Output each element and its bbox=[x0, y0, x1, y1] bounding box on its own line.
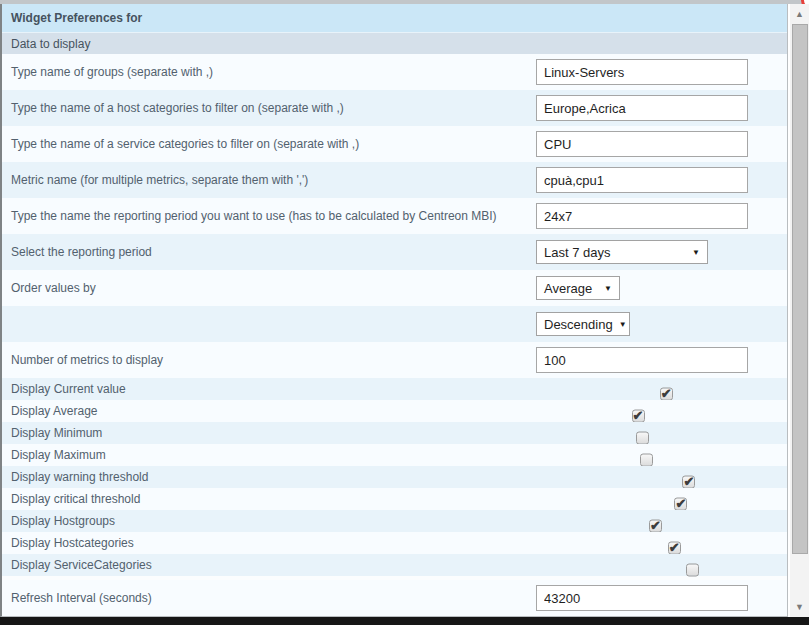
pref-row-service-categories: Type the name of a service categories to… bbox=[2, 126, 787, 162]
field-label: Type the name of a host categories to fi… bbox=[2, 101, 344, 115]
field-label: Type name of groups (separate with ,) bbox=[2, 65, 213, 79]
widget-preferences-page: Widget Preferences for Data to display T… bbox=[0, 0, 809, 625]
pref-row-display-critical-threshold: Display critical threshold bbox=[2, 488, 787, 510]
pref-row-order-direction: Descending ▼ bbox=[2, 306, 787, 342]
field-label: Number of metrics to display bbox=[2, 353, 163, 367]
pref-row-refresh-interval: Refresh Interval (seconds) bbox=[2, 580, 787, 616]
vertical-scrollbar[interactable]: ▲ ▼ bbox=[790, 4, 809, 617]
field-label: Type the name the reporting period you w… bbox=[2, 209, 497, 223]
display-hostcategories-checkbox[interactable] bbox=[668, 541, 681, 554]
field-label: Display Average bbox=[2, 404, 98, 418]
pref-row-display-warning-threshold: Display warning threshold bbox=[2, 466, 787, 488]
pref-row-order-by: Order values by Average ▼ bbox=[2, 270, 787, 306]
order-direction-select[interactable]: Descending ▼ bbox=[536, 312, 630, 336]
refresh-interval-input[interactable] bbox=[536, 585, 748, 611]
display-servicecategories-checkbox[interactable] bbox=[686, 563, 699, 576]
dialog-title: Widget Preferences for bbox=[2, 4, 787, 33]
pref-row-display-average: Display Average bbox=[2, 400, 787, 422]
field-label: Display Hostcategories bbox=[2, 536, 134, 550]
field-label: Display ServiceCategories bbox=[2, 558, 152, 572]
field-label: Display critical threshold bbox=[2, 492, 140, 506]
section-header-data-to-display: Data to display bbox=[2, 33, 787, 54]
field-label: Refresh Interval (seconds) bbox=[2, 591, 152, 605]
pref-row-groups: Type name of groups (separate with ,) bbox=[2, 54, 787, 90]
reporting-period-name-input[interactable] bbox=[536, 203, 748, 229]
groups-input[interactable] bbox=[536, 59, 748, 85]
service-categories-input[interactable] bbox=[536, 131, 748, 157]
selected-value: Last 7 days bbox=[544, 245, 611, 260]
pref-row-reporting-period: Select the reporting period Last 7 days … bbox=[2, 234, 787, 270]
scroll-up-icon[interactable]: ▲ bbox=[790, 6, 809, 22]
selected-value: Average bbox=[544, 281, 592, 296]
chevron-down-icon: ▼ bbox=[604, 284, 612, 293]
scroll-down-icon[interactable]: ▼ bbox=[790, 599, 809, 615]
field-label: Type the name of a service categories to… bbox=[2, 137, 359, 151]
pref-row-display-hostgroups: Display Hostgroups bbox=[2, 510, 787, 532]
pref-row-display-minimum: Display Minimum bbox=[2, 422, 787, 444]
metric-name-input[interactable] bbox=[536, 167, 748, 193]
pref-row-metrics-count: Number of metrics to display bbox=[2, 342, 787, 378]
scrollbar-thumb[interactable] bbox=[792, 24, 808, 554]
field-label: Metric name (for multiple metrics, separ… bbox=[2, 173, 308, 187]
chevron-down-icon: ▼ bbox=[619, 320, 627, 329]
metrics-count-input[interactable] bbox=[536, 347, 748, 373]
host-categories-input[interactable] bbox=[536, 95, 748, 121]
chevron-down-icon: ▼ bbox=[692, 248, 700, 257]
field-label: Select the reporting period bbox=[2, 245, 152, 259]
display-current-value-checkbox[interactable] bbox=[660, 387, 673, 400]
pref-row-metric-name: Metric name (for multiple metrics, separ… bbox=[2, 162, 787, 198]
bottom-border-strip bbox=[0, 617, 809, 625]
field-label: Display Current value bbox=[2, 382, 126, 396]
pref-row-display-servicecategories: Display ServiceCategories bbox=[2, 554, 787, 576]
display-hostgroups-checkbox[interactable] bbox=[649, 519, 662, 532]
field-label: Display Maximum bbox=[2, 448, 106, 462]
selected-value: Descending bbox=[544, 317, 613, 332]
reporting-period-select[interactable]: Last 7 days ▼ bbox=[536, 240, 708, 264]
widget-preferences-dialog: Widget Preferences for Data to display T… bbox=[0, 4, 788, 617]
display-critical-threshold-checkbox[interactable] bbox=[674, 497, 687, 510]
pref-row-host-categories: Type the name of a host categories to fi… bbox=[2, 90, 787, 126]
field-label: Display Minimum bbox=[2, 426, 102, 440]
field-label: Display Hostgroups bbox=[2, 514, 115, 528]
display-minimum-checkbox[interactable] bbox=[636, 431, 649, 444]
field-label: Display warning threshold bbox=[2, 470, 148, 484]
pref-row-reporting-period-name: Type the name the reporting period you w… bbox=[2, 198, 787, 234]
display-maximum-checkbox[interactable] bbox=[640, 453, 653, 466]
order-by-select[interactable]: Average ▼ bbox=[536, 276, 620, 300]
pref-row-display-maximum: Display Maximum bbox=[2, 444, 787, 466]
field-label: Order values by bbox=[2, 281, 96, 295]
pref-row-display-current-value: Display Current value bbox=[2, 378, 787, 400]
display-average-checkbox[interactable] bbox=[632, 409, 645, 422]
display-warning-threshold-checkbox[interactable] bbox=[682, 475, 695, 488]
pref-row-display-hostcategories: Display Hostcategories bbox=[2, 532, 787, 554]
